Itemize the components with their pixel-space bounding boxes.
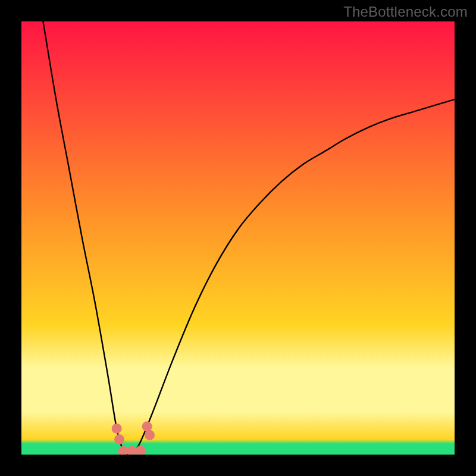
plot-area bbox=[21, 21, 455, 455]
data-marker bbox=[145, 430, 155, 440]
data-marker bbox=[142, 421, 152, 431]
chart-frame: TheBottleneck.com bbox=[0, 0, 476, 476]
data-marker bbox=[114, 434, 124, 444]
data-marker bbox=[127, 446, 137, 455]
bottleneck-curve bbox=[43, 21, 455, 455]
curve-layer bbox=[21, 21, 455, 455]
marker-group bbox=[112, 421, 155, 455]
data-marker bbox=[112, 424, 122, 434]
data-marker bbox=[118, 446, 129, 455]
watermark-text: TheBottleneck.com bbox=[343, 4, 468, 20]
